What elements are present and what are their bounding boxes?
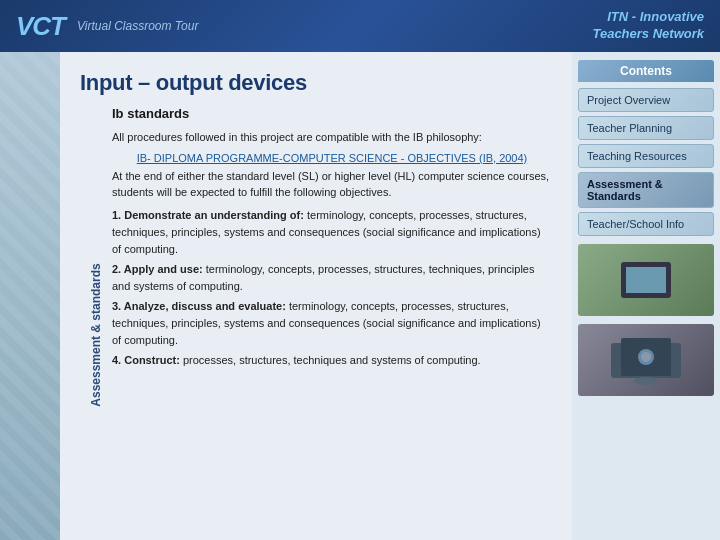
- svg-point-2: [634, 377, 658, 385]
- header-right: ITN - Innovative Teachers Network: [592, 9, 704, 43]
- text-content: Ib standards All procedures followed in …: [112, 106, 556, 540]
- item1: 1. Demonstrate an understanding of: term…: [112, 207, 552, 258]
- section-heading: Ib standards: [112, 106, 552, 121]
- section-label: Assessment & standards: [89, 263, 103, 406]
- rotated-sidebar: Assessment & standards: [80, 106, 112, 540]
- content-area: Input – output devices Assessment & stan…: [60, 52, 572, 540]
- item3: 3. Analyze, discuss and evaluate: termin…: [112, 298, 552, 349]
- nav-item-teacher-planning[interactable]: Teacher Planning: [578, 116, 714, 140]
- nav-item-assessment-standards[interactable]: Assessment & Standards: [578, 172, 714, 208]
- monitor-screen: [626, 267, 666, 293]
- sidebar-image-svg: [606, 333, 686, 388]
- sidebar-image-2: [578, 324, 714, 396]
- main-container: Input – output devices Assessment & stan…: [0, 52, 720, 540]
- nav-item-teacher-school-info[interactable]: Teacher/School Info: [578, 212, 714, 236]
- left-strip: [0, 52, 60, 540]
- monitor-icon: [621, 262, 671, 298]
- nav-item-teaching-resources[interactable]: Teaching Resources: [578, 144, 714, 168]
- header: VCT Virtual Classroom Tour ITN - Innovat…: [0, 0, 720, 52]
- numbered-list: 1. Demonstrate an understanding of: term…: [112, 207, 552, 369]
- contents-header: Contents: [578, 60, 714, 82]
- content-wrapper: Assessment & standards Ib standards All …: [80, 106, 556, 540]
- left-strip-decoration: [0, 52, 60, 540]
- nav-item-project-overview[interactable]: Project Overview: [578, 88, 714, 112]
- svg-point-4: [641, 352, 651, 362]
- body-text-main: At the end of either the standard level …: [112, 168, 552, 201]
- item4: 4. Construct: processes, structures, tec…: [112, 352, 552, 369]
- header-left: VCT Virtual Classroom Tour: [16, 11, 198, 42]
- vct-subtitle: Virtual Classroom Tour: [77, 19, 198, 33]
- ib-link[interactable]: IB- DIPLOMA PROGRAMME-COMPUTER SCIENCE -…: [112, 152, 552, 164]
- vct-logo: VCT: [16, 11, 65, 42]
- item2: 2. Apply and use: terminology, concepts,…: [112, 261, 552, 295]
- itn-logo: ITN - Innovative Teachers Network: [592, 9, 704, 43]
- page-title: Input – output devices: [80, 70, 556, 96]
- sidebar-image-1: [578, 244, 714, 316]
- intro-text: All procedures followed in this project …: [112, 129, 552, 146]
- right-sidebar: Contents Project Overview Teacher Planni…: [572, 52, 720, 540]
